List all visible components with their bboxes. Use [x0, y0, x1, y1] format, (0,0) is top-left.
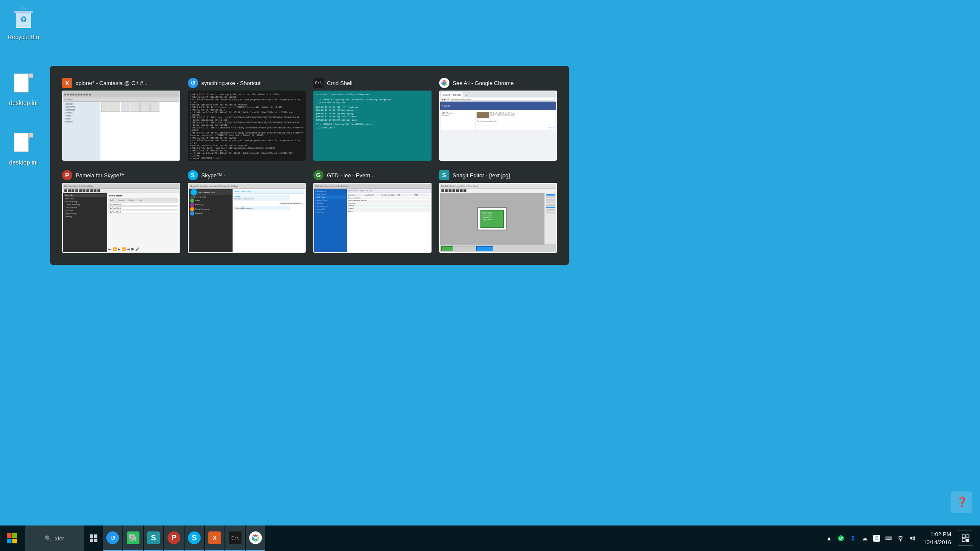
- chrome-thumbnail: See All - Facebook + ◀ ▶ ↺ facebook.com/…: [439, 91, 557, 161]
- snagit-app-icon: S: [439, 170, 449, 180]
- search-icon: 🔍: [45, 535, 51, 542]
- desktop-ini-1-label: desktop.ini: [9, 99, 38, 107]
- start-button[interactable]: [0, 525, 24, 551]
- task-item-cmd[interactable]: C:\ Cmd Shell Microsoft Corporation. All…: [313, 78, 432, 161]
- clock-time: 1:02 PM: [931, 530, 951, 539]
- snagit-title: Snagit Editor - [text.jpg]: [453, 172, 557, 179]
- tray-dropbox-icon[interactable]: [849, 534, 857, 542]
- svg-rect-16: [7, 533, 11, 538]
- svg-rect-9: [14, 133, 28, 152]
- task-item-snagit[interactable]: S Snagit Editor - [text.jpg] File Edit V…: [439, 170, 557, 253]
- xplorer-app-icon: X: [62, 78, 72, 88]
- taskbar: 🔍 xfer ↺ 🐘 S: [0, 525, 980, 551]
- task-item-skype[interactable]: S Skype™ - Skype Contacts Conversation C…: [188, 170, 306, 253]
- tray-cloud-icon[interactable]: ☁: [861, 534, 869, 542]
- taskbar-app-cmd[interactable]: C:\: [225, 525, 245, 551]
- taskbar-app-xplorer[interactable]: X: [205, 525, 224, 551]
- pamela-app-icon: P: [62, 170, 72, 180]
- svg-rect-1: [14, 11, 33, 13]
- svg-rect-23: [94, 539, 97, 542]
- task-item-syncthing[interactable]: ↺ syncthing.exe - Shortcut [fek2] 07:32:…: [188, 78, 306, 161]
- search-label: xfer: [55, 535, 64, 542]
- notification-button[interactable]: [958, 531, 973, 546]
- task-item-chrome[interactable]: See All - Google Chrome See All - Facebo…: [439, 78, 557, 161]
- taskbar-app-skype[interactable]: S: [185, 525, 204, 551]
- tray-snagit-small-icon[interactable]: S: [872, 534, 881, 542]
- svg-rect-29: [962, 535, 965, 538]
- taskbar-app-pamela[interactable]: P: [164, 525, 184, 551]
- xplorer-title: xplorer² - Camtasia @ C:\ #...: [76, 80, 180, 86]
- taskbar-app-evernote[interactable]: 🐘: [123, 525, 143, 551]
- svg-rect-31: [962, 539, 965, 542]
- cortana-side-btn[interactable]: ❓: [951, 491, 972, 513]
- gtd-thumbnail: File View Format Script Tools Help ▸ App…: [313, 183, 432, 253]
- clock-date: 10/14/2016: [923, 538, 951, 547]
- desktop-ini-2-icon[interactable]: desktop.ini: [4, 130, 43, 168]
- taskbar-app-snagit[interactable]: S: [144, 525, 163, 551]
- task-item-gtd[interactable]: G GTD - leo - Evern... File View Format …: [313, 170, 432, 253]
- svg-rect-30: [966, 535, 969, 538]
- taskbar-app-syncthing[interactable]: ↺: [103, 525, 122, 551]
- skype-thumbnail: Skype Contacts Conversation Call View To…: [188, 183, 306, 253]
- svg-rect-20: [90, 534, 93, 538]
- cmd-app-icon: C:\: [313, 78, 324, 88]
- taskbar-left: 🔍 xfer ↺ 🐘 S: [0, 525, 265, 551]
- skype-title: Skype™ -: [202, 172, 306, 179]
- syncthing-app-icon: ↺: [188, 78, 198, 88]
- cmd-thumbnail: Microsoft Corporation. All Rights Reserv…: [313, 91, 432, 161]
- snagit-thumbnail: File Edit View Image Effects Text Share …: [439, 183, 557, 253]
- svg-text:♻: ♻: [20, 15, 27, 24]
- recycle-bin-icon[interactable]: ♻ Recycle Bin: [4, 4, 43, 43]
- task-view-button[interactable]: [85, 525, 102, 551]
- svg-rect-11: [28, 133, 33, 137]
- desktop-ini-2-label: desktop.ini: [9, 159, 38, 166]
- gtd-app-icon: G: [313, 170, 324, 180]
- svg-rect-4: [14, 74, 28, 92]
- tray-expand-icon[interactable]: ▲: [825, 534, 833, 542]
- taskbar-right: ▲ ☁ S ⌨: [818, 525, 980, 551]
- tray-check-icon[interactable]: [837, 534, 845, 542]
- svg-rect-22: [90, 539, 93, 542]
- cmd-title: Cmd Shell: [327, 80, 432, 86]
- xplorer-thumbnail: ▣ ▣ ▣ ▣ ▣ ▣ ▣ ▣ ▣ ▣ C:\Users\... ▸ Deskt…: [62, 91, 180, 161]
- syncthing-thumbnail: [fek2] 07:32:23 Info: read tcp [fe80::ec…: [188, 91, 306, 161]
- syncthing-title: syncthing.exe - Shortcut: [202, 80, 306, 86]
- pamela-thumbnail: File View Tools Call View Help ⬛ ⬛ ⬛ ⬛ ⬛…: [62, 183, 180, 253]
- taskbar-app-chrome[interactable]: [246, 525, 265, 551]
- svg-point-28: [900, 540, 901, 542]
- pamela-title: Pamela for Skype™: [76, 172, 180, 179]
- task-item-pamela[interactable]: P Pamela for Skype™ File View Tools Call…: [62, 170, 180, 253]
- chrome-title: See All - Google Chrome: [453, 80, 557, 86]
- recycle-bin-label: Recycle Bin: [8, 33, 39, 41]
- chrome-app-icon: [439, 78, 449, 88]
- expand-arrow-icon: ▲: [826, 535, 832, 542]
- gtd-title: GTD - leo - Evern...: [327, 172, 432, 179]
- system-clock[interactable]: 1:02 PM 10/14/2016: [920, 530, 954, 547]
- task-item-xplorer[interactable]: X xplorer² - Camtasia @ C:\ #... ▣ ▣ ▣ ▣…: [62, 78, 180, 161]
- svg-rect-6: [28, 74, 33, 78]
- tray-wifi-icon[interactable]: [896, 534, 905, 542]
- svg-rect-18: [7, 539, 11, 543]
- svg-rect-17: [12, 533, 17, 538]
- task-switcher: X xplorer² - Camtasia @ C:\ #... ▣ ▣ ▣ ▣…: [50, 66, 569, 265]
- taskbar-search[interactable]: 🔍 xfer: [25, 525, 84, 551]
- svg-rect-19: [12, 539, 17, 543]
- tray-keyboard-icon[interactable]: ⌨: [884, 534, 893, 542]
- svg-rect-32: [966, 539, 969, 542]
- svg-rect-21: [94, 534, 97, 538]
- desktop-ini-1-icon[interactable]: desktop.ini: [4, 70, 43, 108]
- tray-volume-icon[interactable]: [908, 534, 917, 542]
- svg-point-27: [838, 535, 844, 541]
- skype-app-icon: S: [188, 170, 198, 180]
- svg-point-26: [254, 537, 257, 539]
